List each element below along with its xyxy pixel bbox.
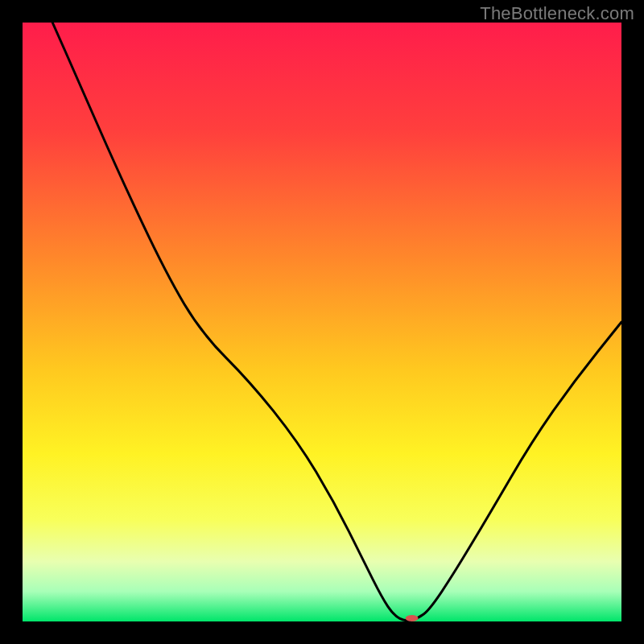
chart-frame: TheBottleneck.com bbox=[0, 0, 644, 644]
plot-area bbox=[23, 23, 621, 621]
chart-svg bbox=[23, 23, 621, 621]
bottleneck-marker bbox=[406, 615, 419, 621]
watermark-label: TheBottleneck.com bbox=[480, 3, 634, 24]
chart-background bbox=[23, 23, 621, 621]
